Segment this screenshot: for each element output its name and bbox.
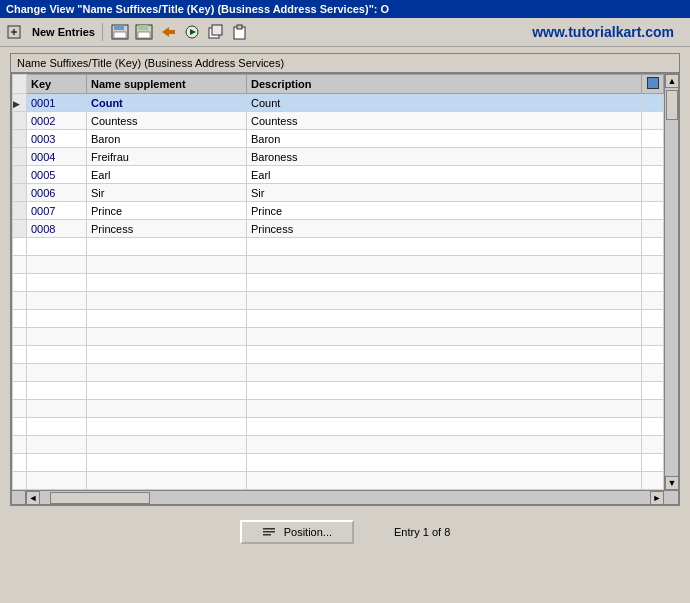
svg-rect-19 [263,531,275,533]
description-cell: Sir [247,184,642,202]
table-scroll-area: Key Name supplement Description ▶0001Cou… [12,74,678,490]
row-selector-cell[interactable] [13,202,27,220]
local-save-icon[interactable] [134,22,154,42]
key-cell: 0002 [27,112,87,130]
row-selector-cell[interactable] [13,184,27,202]
icon-cell [642,220,664,238]
empty-row [13,328,664,346]
supplement-cell: Prince [87,202,247,220]
key-cell: 0008 [27,220,87,238]
new-entries-label[interactable]: New Entries [32,26,95,38]
svg-rect-18 [263,528,275,530]
icon-cell [642,112,664,130]
key-cell: 0007 [27,202,87,220]
header-icon [642,75,664,94]
position-button[interactable]: Position... [240,520,354,544]
corner-spacer [664,491,678,504]
row-selector-cell[interactable] [13,148,27,166]
copy-icon[interactable] [206,22,226,42]
table-row[interactable]: ▶0001CountCount [13,94,664,112]
svg-rect-10 [168,30,175,34]
separator-1 [102,23,103,41]
empty-row [13,274,664,292]
save-icon[interactable] [110,22,130,42]
panel-title: Name Suffixes/Title (Key) (Business Addr… [11,54,679,73]
supplement-cell: Freifrau [87,148,247,166]
key-cell: 0001 [27,94,87,112]
description-cell: Prince [247,202,642,220]
title-bar: Change View "Name Suffixes/Title (Key) (… [0,0,690,18]
key-cell: 0004 [27,148,87,166]
empty-row [13,382,664,400]
icon-cell [642,202,664,220]
table-row[interactable]: 0008PrincessPrincess [13,220,664,238]
key-cell: 0005 [27,166,87,184]
table-row[interactable]: 0006SirSir [13,184,664,202]
header-selector [13,75,27,94]
entry-info: Entry 1 of 8 [394,526,450,538]
svg-rect-4 [114,25,124,30]
description-cell: Count [247,94,642,112]
row-selector-cell[interactable] [13,166,27,184]
svg-rect-14 [212,25,222,35]
empty-row [13,472,664,490]
description-cell: Baroness [247,148,642,166]
supplement-cell: Countess [87,112,247,130]
table-row[interactable]: 0005EarlEarl [13,166,664,184]
row-selector-cell[interactable] [13,112,27,130]
scroll-track [665,88,678,476]
horizontal-scrollbar: ◄ ► [12,490,678,504]
vertical-scrollbar: ▲ ▼ [664,74,678,490]
empty-row [13,400,664,418]
h-scroll-thumb[interactable] [50,492,150,504]
description-cell: Earl [247,166,642,184]
scroll-thumb[interactable] [666,90,678,120]
description-cell: Baron [247,130,642,148]
supplement-cell: Earl [87,166,247,184]
empty-row [13,256,664,274]
table-row[interactable]: 0003BaronBaron [13,130,664,148]
empty-row [13,364,664,382]
scroll-right-button[interactable]: ► [650,491,664,505]
table-row[interactable]: 0007PrincePrince [13,202,664,220]
svg-rect-7 [138,25,148,30]
icon-cell [642,94,664,112]
data-table: Key Name supplement Description ▶0001Cou… [12,74,664,490]
row-selector-cell[interactable] [13,220,27,238]
new-entries-icon[interactable] [6,22,26,42]
execute-icon[interactable] [182,22,202,42]
scroll-left-button[interactable]: ◄ [26,491,40,505]
scroll-down-button[interactable]: ▼ [665,476,679,490]
back-icon[interactable] [158,22,178,42]
supplement-cell: Sir [87,184,247,202]
svg-rect-5 [114,32,126,38]
header-key: Key [27,75,87,94]
svg-marker-9 [162,27,169,37]
toolbar: New Entries [0,18,690,47]
h-scroll-track [40,491,650,504]
empty-row [13,346,664,364]
supplement-cell: Count [87,94,247,112]
supplement-cell: Baron [87,130,247,148]
empty-row [13,238,664,256]
bottom-bar: Position... Entry 1 of 8 [0,512,690,552]
icon-cell [642,130,664,148]
paste-icon[interactable] [230,22,250,42]
svg-rect-16 [237,25,242,29]
empty-row [13,454,664,472]
empty-row [13,292,664,310]
header-description: Description [247,75,642,94]
scroll-up-button[interactable]: ▲ [665,74,679,88]
table-row[interactable]: 0004FreifrauBaroness [13,148,664,166]
row-selector-cell[interactable]: ▶ [13,94,27,112]
table-outer: Key Name supplement Description ▶0001Cou… [11,73,679,505]
position-button-label: Position... [284,526,332,538]
watermark: www.tutorialkart.com [532,24,674,40]
row-selector-cell[interactable] [13,130,27,148]
svg-rect-20 [263,534,271,536]
icon-cell [642,148,664,166]
table-header-row: Key Name supplement Description [13,75,664,94]
header-supplement: Name supplement [87,75,247,94]
panel: Name Suffixes/Title (Key) (Business Addr… [10,53,680,506]
table-row[interactable]: 0002CountessCountess [13,112,664,130]
